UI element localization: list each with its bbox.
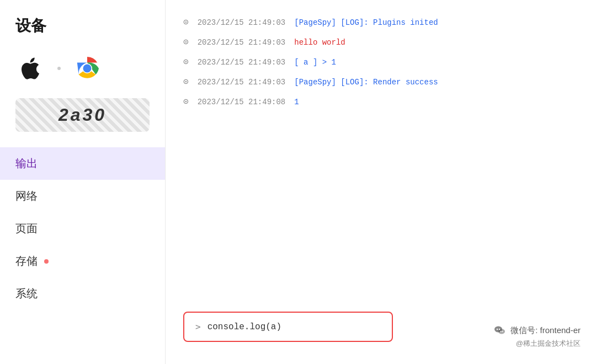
log-message: [PageSpy] [LOG]: Render success bbox=[294, 78, 438, 87]
sidebar-item-storage-label: 存储 bbox=[15, 254, 38, 269]
watermark-community-text: @稀土掘金技术社区 bbox=[516, 339, 581, 349]
wechat-icon bbox=[494, 324, 506, 336]
sidebar-item-page[interactable]: 页面 bbox=[0, 212, 165, 245]
log-user-icon: ⊙ bbox=[183, 96, 189, 107]
log-row: ⊙ 2023/12/15 21:49:03 hello world bbox=[183, 33, 578, 51]
device-id-box: 2a30 bbox=[15, 98, 150, 132]
log-user-icon: ⊙ bbox=[183, 56, 189, 67]
console-prompt: > bbox=[195, 322, 201, 332]
log-timestamp: 2023/12/15 21:49:03 bbox=[198, 58, 286, 67]
log-user-icon: ⊙ bbox=[183, 17, 189, 28]
sidebar-item-page-label: 页面 bbox=[15, 221, 38, 236]
apple-device-icon bbox=[15, 53, 46, 84]
console-input[interactable] bbox=[207, 322, 381, 332]
log-timestamp: 2023/12/15 21:49:08 bbox=[198, 98, 286, 106]
svg-point-2 bbox=[83, 65, 92, 73]
log-user-icon: ⊙ bbox=[183, 76, 189, 87]
sidebar-item-storage[interactable]: 存储 bbox=[0, 245, 165, 277]
sidebar-item-output-label: 输出 bbox=[15, 156, 38, 171]
log-timestamp: 2023/12/15 21:49:03 bbox=[198, 18, 286, 27]
log-row: ⊙ 2023/12/15 21:49:03 [PageSpy] [LOG]: R… bbox=[183, 73, 578, 90]
device-icons bbox=[0, 47, 165, 94]
console-input-wrapper[interactable]: > bbox=[183, 312, 393, 342]
main-content: ⊙ 2023/12/15 21:49:03 [PageSpy] [LOG]: P… bbox=[166, 0, 596, 364]
svg-point-5 bbox=[497, 329, 498, 330]
storage-badge-dot bbox=[44, 259, 49, 264]
log-row: ⊙ 2023/12/15 21:49:03 [PageSpy] [LOG]: P… bbox=[183, 13, 578, 31]
watermark: 微信号: frontend-er @稀土掘金技术社区 bbox=[494, 324, 581, 349]
device-id: 2a30 bbox=[58, 105, 107, 125]
chrome-device-icon bbox=[72, 53, 103, 84]
log-row: ⊙ 2023/12/15 21:49:08 1 bbox=[183, 93, 578, 110]
sidebar-item-network[interactable]: 网络 bbox=[0, 180, 165, 212]
watermark-wechat-text: 微信号: frontend-er bbox=[510, 325, 581, 336]
log-area: ⊙ 2023/12/15 21:49:03 [PageSpy] [LOG]: P… bbox=[166, 0, 596, 301]
log-row: ⊙ 2023/12/15 21:49:03 [ a ] > 1 bbox=[183, 53, 578, 71]
sidebar-item-output[interactable]: 输出 bbox=[0, 147, 165, 180]
log-message: [ a ] > 1 bbox=[294, 58, 336, 67]
sidebar-item-system-label: 系统 bbox=[15, 286, 38, 301]
sidebar-nav: 输出 网络 页面 存储 系统 bbox=[0, 143, 165, 314]
device-separator bbox=[57, 67, 61, 70]
watermark-line1: 微信号: frontend-er bbox=[494, 324, 581, 336]
log-message: hello world bbox=[294, 38, 345, 47]
svg-point-7 bbox=[501, 331, 502, 332]
log-message: 1 bbox=[294, 98, 299, 106]
svg-point-6 bbox=[499, 329, 500, 330]
log-user-icon: ⊙ bbox=[183, 36, 189, 47]
log-message: [PageSpy] [LOG]: Plugins inited bbox=[294, 18, 438, 27]
log-timestamp: 2023/12/15 21:49:03 bbox=[198, 78, 286, 87]
sidebar-item-network-label: 网络 bbox=[15, 189, 38, 204]
sidebar: 设备 bbox=[0, 0, 166, 364]
svg-point-8 bbox=[502, 331, 503, 332]
log-timestamp: 2023/12/15 21:49:03 bbox=[198, 38, 286, 47]
sidebar-title: 设备 bbox=[0, 0, 165, 47]
sidebar-item-system[interactable]: 系统 bbox=[0, 277, 165, 310]
